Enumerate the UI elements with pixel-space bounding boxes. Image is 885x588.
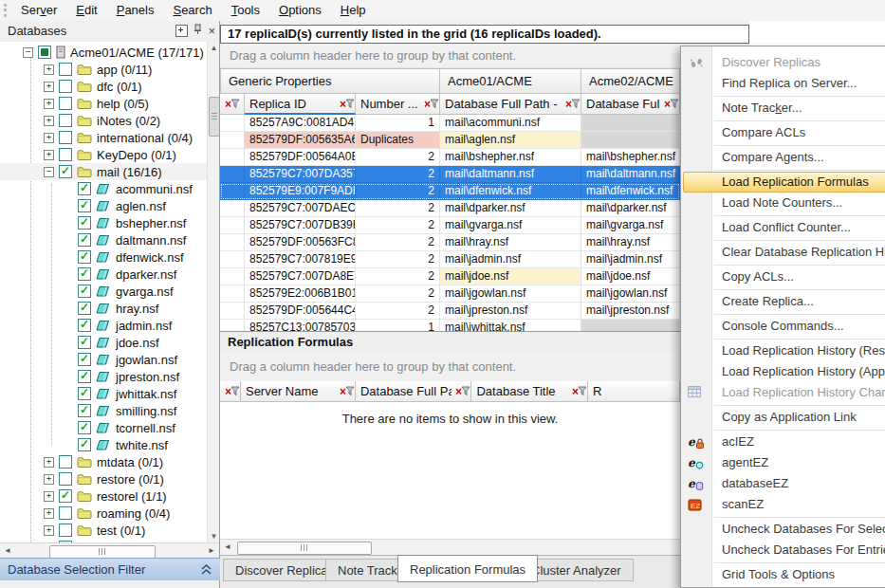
tree-item-mtdata[interactable]: +mtdata (0/1) [0,453,219,470]
tree-item-restore[interactable]: +restore (0/1) [0,470,219,487]
table-cell[interactable]: 2 [356,251,440,268]
table-cell[interactable] [581,132,680,149]
checkbox[interactable] [78,302,91,315]
close-icon[interactable]: × [208,25,215,37]
table-cell[interactable]: mail\daltmann.nsf [440,166,581,183]
checkbox[interactable] [59,114,72,127]
table-cell[interactable]: mail\jpreston.nsf [581,303,680,320]
table-cell[interactable]: mail\gvarga.nsf [440,217,581,234]
checkbox[interactable] [59,489,72,503]
collapse-icon[interactable]: − [44,167,54,177]
table-cell[interactable] [220,251,245,268]
table-cell[interactable] [220,200,245,217]
tree-item-roaming[interactable]: +roaming (0/4) [0,505,219,522]
tree-item-inotes[interactable]: +iNotes (0/2) [0,112,219,129]
table-cell[interactable] [220,149,245,166]
table-cell[interactable]: 852579DF:00563FC8 [245,234,356,251]
table-cell[interactable] [220,115,245,132]
expand-all-icon[interactable] [175,25,188,37]
table-cell[interactable] [220,303,245,320]
menu-item-databaseez[interactable]: edatabaseEZ [681,473,885,494]
filter-icon[interactable] [225,386,240,396]
table-cell[interactable]: 2 [356,149,440,166]
table-cell[interactable] [581,320,680,331]
tree-item-restorel[interactable]: +restorel (1/1) [0,487,219,505]
table-row[interactable]: 852579DF:00564A0B2mail\bshepher.nsfmail\… [220,149,680,166]
tree-item-mail[interactable]: −mail (16/16) [0,163,219,180]
filter-icon[interactable] [664,99,679,109]
column-header-server-name[interactable]: Server Name [241,381,356,402]
table-cell[interactable]: mail\jwhittak.nsf [440,320,581,331]
menu-search[interactable]: Search [163,0,221,21]
table-row[interactable]: 852579C7:007DAEC82mail\dparker.nsfmail\d… [220,200,680,217]
table-cell[interactable]: mail\dparker.nsf [581,200,680,217]
table-cell[interactable]: 2 [356,183,440,200]
band-header-acme01-acme[interactable]: Acme01/ACME [440,68,581,94]
checkbox[interactable] [78,421,91,434]
checkbox[interactable] [78,353,91,366]
checkbox[interactable] [78,285,91,298]
checkbox[interactable] [59,80,72,93]
pin-icon[interactable] [194,24,202,38]
grid-horizontal-scrollbar[interactable]: ◄ [220,539,680,556]
expand-icon[interactable]: + [44,491,54,502]
table-cell[interactable]: mail\hray.nsf [581,234,680,251]
menu-edit[interactable]: Edit [66,0,106,21]
menu-item-aciez[interactable]: eacIEZ [681,432,885,452]
database-selection-filter-bar[interactable]: Database Selection Filter [0,558,220,580]
table-cell[interactable]: 1 [356,320,440,331]
filter-icon[interactable] [340,386,355,396]
filter-icon[interactable] [565,99,581,109]
expand-icon[interactable]: + [44,474,54,485]
table-cell[interactable]: mail\dparker.nsf [440,200,581,217]
menu-server[interactable]: Server [11,0,66,21]
menu-item-uncheck-databases-for-selected-en[interactable]: Uncheck Databases For Selected En [681,519,885,540]
tree-item-bshepher-nsf[interactable]: bshepher.nsf [0,214,219,231]
checkbox[interactable] [78,267,91,281]
column-header-database-full-path[interactable]: Database Full Path [356,381,472,402]
band-header-acme02-acme[interactable]: Acme02/ACME [581,68,680,94]
menu-item-grid-tools-options[interactable]: Grid Tools & Options [681,564,885,585]
collapse-icon[interactable]: − [23,47,33,58]
checkbox[interactable] [59,472,72,486]
tree-item-acommuni-nsf[interactable]: acommuni.nsf [0,180,219,197]
table-cell[interactable]: 2 [356,234,440,251]
band-header-generic-properties[interactable]: Generic Properties [220,68,440,94]
table-cell[interactable] [220,166,245,183]
table-cell[interactable]: 2 [356,166,440,183]
menu-item-load-replication-formulas[interactable]: Load Replication Formulas [681,172,885,193]
tree-item-acme01-acme[interactable]: −Acme01/ACME (17/171) [0,44,219,61]
table-cell[interactable]: mail\jgowlan.nsf [581,285,680,303]
table-cell[interactable]: mail\dfenwick.nsf [581,183,680,200]
checkbox[interactable] [78,370,91,383]
table-cell[interactable]: 852579C7:007DAEC8 [245,200,356,217]
expand-icon[interactable]: + [44,133,54,143]
table-cell[interactable]: 2 [356,217,440,234]
menu-item-load-replication-history-append-a[interactable]: Load Replication History (Append a [681,361,885,382]
table-row[interactable]: 852579C7:007DA8E72mail\jdoe.nsfmail\jdoe… [220,268,680,285]
checkbox[interactable] [78,319,91,332]
menu-panels[interactable]: Panels [107,0,164,21]
table-cell[interactable]: 852579E9:007F9ADB [245,183,356,200]
table-cell[interactable]: mail\jgowlan.nsf [440,285,581,303]
filter-column-header[interactable] [220,381,241,402]
table-cell[interactable]: Duplicates [356,132,440,149]
menu-item-load-conflict-counter-[interactable]: Load Conflict Counter... [681,217,885,238]
table-cell[interactable]: mail\daltmann.nsf [581,166,680,183]
menu-item-agentez[interactable]: eagentEZ [681,452,885,473]
tree-item-jgowlan-nsf[interactable]: jgowlan.nsf [0,351,219,368]
expand-icon[interactable]: + [44,457,54,468]
column-header-number-[interactable]: Number ... [356,94,440,115]
menu-item-create-replica-[interactable]: Create Replica... [681,291,885,312]
table-cell[interactable]: mail\jadmin.nsf [581,251,680,268]
checkbox[interactable] [78,250,91,264]
menu-item-scanez[interactable]: EZscanEZ [681,494,885,515]
table-cell[interactable]: 2 [356,200,440,217]
expand-icon[interactable]: + [44,116,54,126]
scroll-right-icon[interactable]: ► [205,544,218,558]
filter-icon[interactable] [340,99,355,109]
table-cell[interactable]: 852579C7:007DA8E7 [245,268,356,285]
scroll-left-icon[interactable]: ◄ [1,544,14,558]
table-row[interactable]: 852579DF:005635A6Duplicatesmail\aglen.ns… [220,132,680,149]
menu-item-compare-acls[interactable]: Compare ACLs [681,122,885,143]
